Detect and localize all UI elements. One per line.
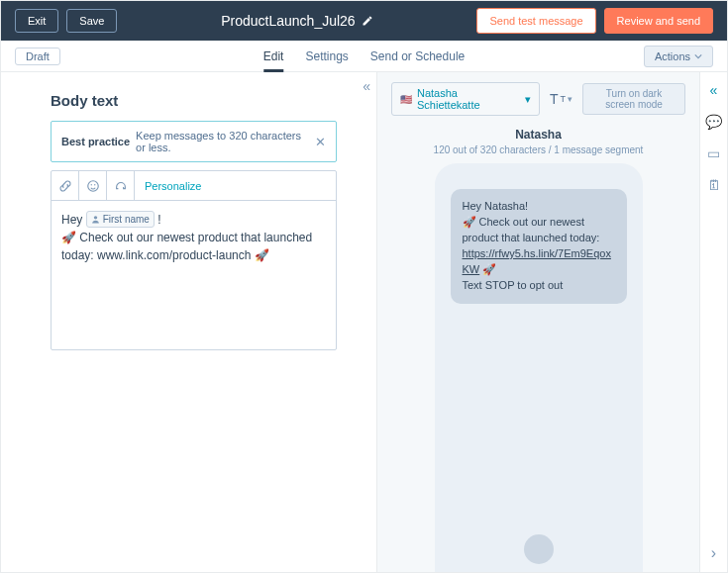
emoji-icon[interactable] [79,171,107,200]
home-button-icon [524,534,554,564]
text-span: Hey [61,213,86,227]
flag-icon: 🇺🇸 [400,94,412,105]
svg-point-1 [90,183,91,184]
link-icon[interactable] [52,171,79,200]
text-span: 🚀 Check out our newest product that laun… [61,231,312,262]
exit-button[interactable]: Exit [15,9,58,33]
sub-bar: Draft Edit Settings Send or Schedule Act… [1,41,727,72]
status-badge: Draft [15,48,60,65]
text-span: ! [155,213,161,227]
editor-toolbar: Personalize [52,171,336,201]
chevron-right-icon[interactable]: › [711,544,716,562]
tab-settings[interactable]: Settings [305,41,348,71]
editor-heading: Body text [51,92,337,109]
contact-select[interactable]: 🇺🇸 Natasha Schiettekatte ▾ [391,82,540,116]
first-name-token[interactable]: First name [86,211,155,228]
svg-point-2 [94,183,95,184]
personalize-button[interactable]: Personalize [135,180,211,192]
preview-subtitle: 120 out of 320 characters / 1 message se… [377,144,699,155]
person-icon [91,215,100,224]
tabs: Edit Settings Send or Schedule [263,41,465,71]
close-icon[interactable]: ✕ [315,135,326,149]
chevron-down-icon [694,52,702,60]
tab-send[interactable]: Send or Schedule [370,41,465,71]
phone-preview: Hey Natasha! 🚀 Check out our newest prod… [435,163,643,572]
svg-point-0 [87,180,98,191]
headset-icon[interactable] [107,171,135,200]
bubble-line: Text STOP to opt out [463,279,564,291]
bubble-line: 🚀 [479,263,496,275]
bubble-line: Hey Natasha! [463,200,529,212]
top-bar: Exit Save ProductLaunch_Jul26 Send test … [1,1,727,41]
preview-toolbar: 🇺🇸 Natasha Schiettekatte ▾ TT ▾ Turn on … [377,72,699,126]
message-textarea[interactable]: Hey First name ! 🚀 Check out our newest … [52,201,336,349]
right-rail: « 💬 ▭ 🗓 › [699,72,727,572]
save-button[interactable]: Save [66,9,117,33]
preview-title: Natasha [377,128,699,142]
actions-label: Actions [655,50,690,62]
send-test-button[interactable]: Send test message [476,8,595,34]
expand-rail-icon[interactable]: « [710,82,718,98]
token-label: First name [103,212,150,227]
actions-button[interactable]: Actions [644,46,713,67]
title-text: ProductLaunch_Jul26 [221,13,355,29]
sms-bubble: Hey Natasha! 🚀 Check out our newest prod… [451,189,627,304]
window-icon[interactable]: ▭ [707,145,720,161]
comment-icon[interactable]: 💬 [705,114,722,130]
best-practice-banner: Best practice Keep messages to 320 chara… [51,121,337,162]
collapse-left-icon[interactable]: « [363,78,370,94]
page-title: ProductLaunch_Jul26 [125,13,468,29]
tab-edit[interactable]: Edit [263,41,284,71]
caret-down-icon: ▾ [525,93,531,106]
review-send-button[interactable]: Review and send [604,8,713,34]
editor-pane: « Body text Best practice Keep messages … [1,72,377,572]
text-size-button[interactable]: TT ▾ [550,91,572,107]
editor-box: Personalize Hey First name ! 🚀 Check out… [51,170,337,350]
bubble-line: 🚀 Check out our newest product that laun… [463,216,600,243]
preview-pane: 🇺🇸 Natasha Schiettekatte ▾ TT ▾ Turn on … [377,72,699,572]
calendar-icon[interactable]: 🗓 [707,177,721,193]
svg-point-3 [94,216,97,219]
main-content: « Body text Best practice Keep messages … [1,72,727,572]
dark-mode-button[interactable]: Turn on dark screen mode [582,83,685,115]
bp-text: Keep messages to 320 characters or less. [136,130,309,153]
contact-name: Natasha Schiettekatte [417,87,520,111]
bp-label: Best practice [61,136,130,147]
pencil-icon[interactable] [362,15,373,27]
